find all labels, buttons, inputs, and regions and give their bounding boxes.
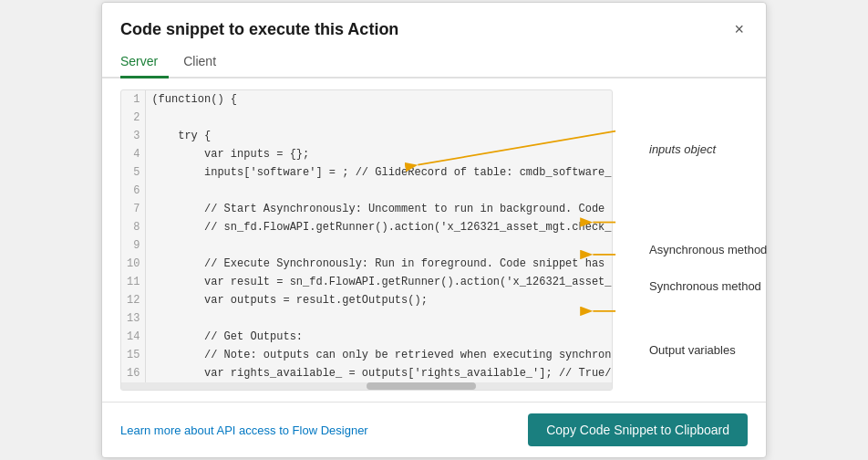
table-row: 10 // Execute Synchronously: Run in fore…: [121, 255, 612, 273]
line-code: // sn_fd.FlowAPI.getRunner().action('x_1…: [146, 218, 612, 236]
modal: Code snippet to execute this Action × Se…: [101, 2, 767, 458]
table-row: 15 // Note: outputs can only be retrieve…: [121, 346, 612, 364]
table-row: 6: [121, 182, 612, 200]
tab-client[interactable]: Client: [183, 48, 227, 78]
modal-title: Code snippet to execute this Action: [120, 20, 398, 39]
line-code: var result = sn_fd.FlowAPI.getRunner().a…: [146, 273, 612, 291]
close-button[interactable]: ×: [730, 17, 748, 41]
line-code: var outputs = result.getOutputs();: [146, 291, 612, 309]
line-code: // Note: outputs can only be retrieved w…: [146, 346, 612, 364]
line-number: 15: [121, 346, 146, 364]
line-code: [146, 309, 612, 328]
line-number: 3: [121, 127, 146, 145]
tab-server[interactable]: Server: [120, 48, 169, 78]
code-scroll[interactable]: 1(function() {23 try {4 var inputs = {};…: [121, 90, 612, 382]
table-row: 2: [121, 109, 612, 127]
line-code: // Execute Synchronously: Run in foregro…: [146, 255, 612, 273]
horizontal-scrollbar[interactable]: [121, 382, 612, 390]
modal-header: Code snippet to execute this Action ×: [102, 3, 766, 41]
code-table: 1(function() {23 try {4 var inputs = {};…: [121, 90, 612, 382]
table-row: 5 inputs['software'] = ; // GlideRecord …: [121, 163, 612, 182]
table-row: 7 // Start Asynchronously: Uncomment to …: [121, 200, 612, 218]
line-number: 16: [121, 364, 146, 382]
line-number: 4: [121, 145, 146, 163]
line-number: 13: [121, 309, 146, 328]
line-code: var rights_available_ = outputs['rights_…: [146, 364, 612, 382]
line-code: try {: [146, 127, 612, 145]
line-number: 6: [121, 182, 146, 200]
line-code: (function() {: [146, 90, 612, 109]
line-number: 2: [121, 109, 146, 127]
copy-button[interactable]: Copy Code Snippet to Clipboard: [528, 413, 748, 446]
annotation-output: Output variables: [649, 343, 736, 357]
scrollbar-thumb[interactable]: [367, 382, 476, 390]
table-row: 1(function() {: [121, 90, 612, 109]
content-area: 1(function() {23 try {4 var inputs = {};…: [102, 78, 766, 402]
line-number: 7: [121, 200, 146, 218]
table-row: 14 // Get Outputs:: [121, 328, 612, 346]
learn-more-link[interactable]: Learn more about API access to Flow Desi…: [120, 423, 368, 437]
line-number: 14: [121, 328, 146, 346]
line-number: 12: [121, 291, 146, 309]
line-code: inputs['software'] = ; // GlideRecord of…: [146, 163, 612, 182]
annotation-async: Asynchronous method: [649, 243, 767, 256]
table-row: 9: [121, 236, 612, 255]
table-row: 3 try {: [121, 127, 612, 145]
modal-overlay: Code snippet to execute this Action × Se…: [0, 0, 868, 460]
line-number: 1: [121, 90, 146, 109]
table-row: 11 var result = sn_fd.FlowAPI.getRunner(…: [121, 273, 612, 291]
annotation-sync: Synchronous method: [649, 279, 761, 293]
line-number: 8: [121, 218, 146, 236]
table-row: 4 var inputs = {};: [121, 145, 612, 163]
line-number: 10: [121, 255, 146, 273]
line-code: [146, 236, 612, 255]
line-number: 5: [121, 163, 146, 182]
table-row: 12 var outputs = result.getOutputs();: [121, 291, 612, 309]
code-panel: 1(function() {23 try {4 var inputs = {};…: [120, 89, 613, 391]
line-code: // Start Asynchronously: Uncomment to ru…: [146, 200, 612, 218]
line-code: [146, 109, 612, 127]
line-code: var inputs = {};: [146, 145, 612, 163]
line-code: // Get Outputs:: [146, 328, 612, 346]
line-number: 9: [121, 236, 146, 255]
line-number: 11: [121, 273, 146, 291]
annotation-inputs: inputs object: [649, 142, 716, 156]
table-row: 13: [121, 309, 612, 328]
modal-footer: Learn more about API access to Flow Desi…: [102, 402, 766, 457]
tabs-bar: Server Client: [102, 41, 766, 78]
table-row: 16 var rights_available_ = outputs['righ…: [121, 364, 612, 382]
line-code: [146, 182, 612, 200]
table-row: 8 // sn_fd.FlowAPI.getRunner().action('x…: [121, 218, 612, 236]
